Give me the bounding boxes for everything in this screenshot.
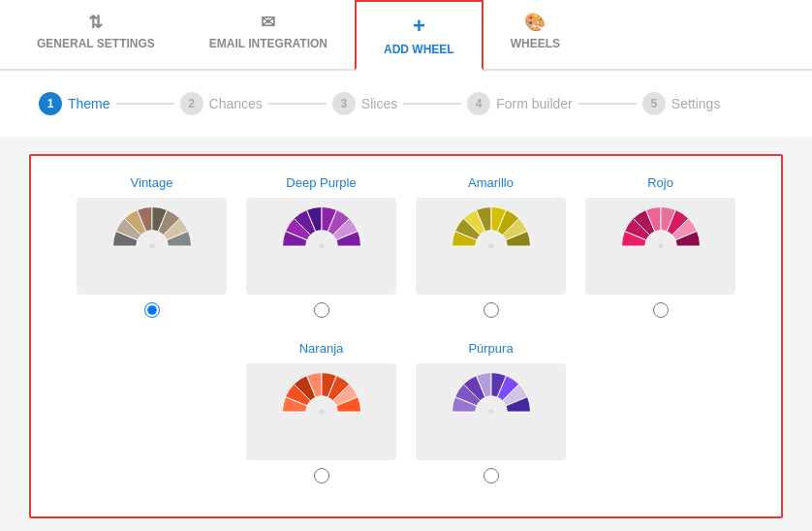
- radio-vintage[interactable]: [144, 302, 160, 318]
- step-circle-3: 3: [332, 92, 356, 115]
- step-circle-2: 2: [180, 92, 203, 115]
- top-nav: ⇅ GENERAL SETTINGS ✉ EMAIL INTEGRATION +…: [0, 0, 812, 71]
- step-label-5: Settings: [671, 96, 721, 111]
- theme-item-amarillo[interactable]: Amarillo: [411, 175, 571, 331]
- radio-amarillo[interactable]: [484, 302, 499, 318]
- step-circle-4: 4: [467, 92, 490, 115]
- step-number-5: 5: [650, 97, 657, 110]
- radio-wrapper-deep-purple: [314, 302, 329, 322]
- email-integration-label: EMAIL INTEGRATION: [209, 37, 328, 50]
- general-settings-icon: ⇅: [88, 12, 103, 33]
- step-line-1: [116, 103, 174, 105]
- step-number-4: 4: [476, 97, 483, 110]
- step-3: 3 Slices: [332, 92, 397, 115]
- theme-item-purpura[interactable]: Púrpura: [411, 341, 571, 497]
- radio-naranja[interactable]: [314, 468, 329, 484]
- add-wheel-icon: +: [413, 14, 425, 39]
- radio-deep-purple[interactable]: [314, 302, 329, 318]
- radio-purpura[interactable]: [484, 468, 499, 484]
- radio-wrapper-amarillo: [484, 302, 499, 322]
- radio-wrapper-naranja: [314, 468, 329, 487]
- theme-item-vintage[interactable]: Vintage: [72, 175, 232, 331]
- radio-wrapper-vintage: [144, 302, 160, 322]
- tab-email-integration[interactable]: ✉ EMAIL INTEGRATION: [182, 0, 355, 69]
- theme-label-amarillo: Amarillo: [468, 175, 514, 190]
- step-1: 1 Theme: [39, 92, 110, 115]
- step-number-2: 2: [188, 97, 195, 110]
- theme-label-purpura: Púrpura: [468, 341, 513, 356]
- theme-card-deep-purple: [246, 198, 396, 295]
- theme-label-deep-purple: Deep Purple: [286, 175, 356, 190]
- theme-item-naranja[interactable]: Naranja: [241, 341, 401, 497]
- wheels-icon: 🎨: [524, 12, 546, 33]
- step-label-3: Slices: [361, 96, 397, 111]
- theme-item-rojo[interactable]: Rojo: [580, 175, 740, 331]
- stepper: 1 Theme 2 Chances 3 Slices 4 Form builde…: [0, 71, 812, 137]
- svg-point-0: [149, 243, 154, 248]
- theme-label-vintage: Vintage: [131, 175, 173, 190]
- svg-point-5: [488, 409, 493, 414]
- radio-wrapper-purpura: [484, 468, 499, 487]
- theme-card-rojo: [585, 198, 735, 295]
- step-2: 2 Chances: [180, 92, 263, 115]
- general-settings-label: GENERAL SETTINGS: [37, 37, 155, 50]
- main-content: VintageDeep PurpleAmarilloRojoNaranjaPúr…: [0, 137, 812, 531]
- email-icon: ✉: [261, 12, 275, 33]
- theme-grid: VintageDeep PurpleAmarilloRojoNaranjaPúr…: [50, 175, 762, 497]
- theme-label-rojo: Rojo: [647, 175, 673, 190]
- theme-grid-container: VintageDeep PurpleAmarilloRojoNaranjaPúr…: [29, 154, 783, 518]
- theme-item-deep-purple[interactable]: Deep Purple: [241, 175, 401, 331]
- wheels-label: WHEELS: [511, 37, 560, 50]
- step-line-3: [403, 103, 461, 105]
- step-4: 4 Form builder: [467, 92, 573, 115]
- tab-general-settings[interactable]: ⇅ GENERAL SETTINGS: [10, 0, 182, 69]
- theme-card-vintage: [77, 198, 227, 295]
- add-wheel-label: ADD WHEEL: [384, 43, 454, 56]
- step-5: 5 Settings: [642, 92, 721, 115]
- radio-wrapper-rojo: [653, 302, 669, 322]
- step-label-4: Form builder: [496, 96, 573, 111]
- svg-point-3: [658, 243, 663, 248]
- step-label-1: Theme: [68, 96, 110, 111]
- radio-rojo[interactable]: [653, 302, 669, 318]
- theme-label-naranja: Naranja: [299, 341, 344, 356]
- step-number-3: 3: [341, 97, 348, 110]
- theme-card-naranja: [246, 363, 396, 460]
- step-circle-1: 1: [39, 92, 62, 115]
- tab-wheels[interactable]: 🎨 WHEELS: [484, 0, 587, 69]
- step-line-4: [578, 103, 637, 105]
- svg-point-2: [488, 243, 493, 248]
- step-line-2: [268, 103, 327, 105]
- step-circle-5: 5: [642, 92, 666, 115]
- svg-point-4: [319, 409, 324, 414]
- svg-point-1: [319, 243, 324, 248]
- step-number-1: 1: [47, 97, 54, 110]
- tab-add-wheel[interactable]: + ADD WHEEL: [355, 0, 484, 71]
- step-label-2: Chances: [209, 96, 263, 111]
- theme-card-amarillo: [416, 198, 566, 295]
- theme-card-purpura: [416, 363, 566, 460]
